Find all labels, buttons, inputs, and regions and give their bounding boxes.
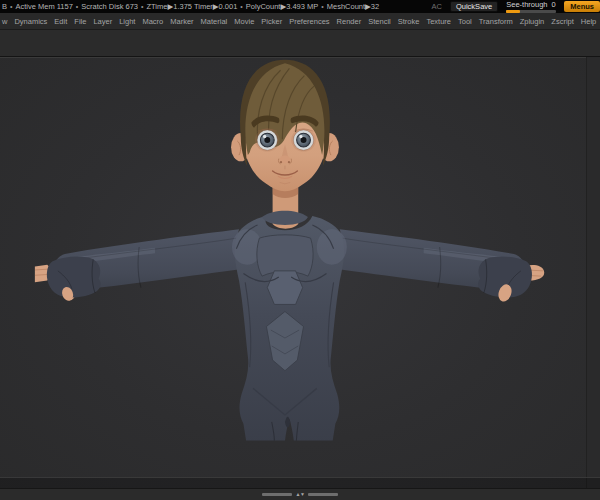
menus-button[interactable]: Menus bbox=[564, 1, 600, 12]
left-eye bbox=[255, 129, 280, 152]
menu-item-file[interactable]: File bbox=[74, 17, 86, 26]
character-left-hand bbox=[35, 257, 101, 303]
bullet-separator: • bbox=[240, 3, 242, 10]
menu-item-dynamics[interactable]: Dynamics bbox=[14, 17, 47, 26]
see-through-value: 0 bbox=[552, 0, 556, 9]
status-stats: B • Active Mem 1157 • Scratch Disk 673 •… bbox=[2, 2, 379, 11]
stat-meshcount: MeshCount▶32 bbox=[327, 2, 379, 11]
menu-item-preferences[interactable]: Preferences bbox=[289, 17, 329, 26]
see-through-row: See-through 0 bbox=[506, 0, 555, 9]
document-bottom-shade bbox=[0, 478, 600, 488]
document-canvas[interactable] bbox=[0, 57, 600, 488]
stat-active-mem: Active Mem 1157 bbox=[15, 2, 72, 11]
menu-item-draw-partial[interactable]: w bbox=[2, 17, 7, 26]
bottom-bar: ▲ ▼ bbox=[0, 488, 600, 500]
tray-divider-handle[interactable]: ▲ ▼ bbox=[262, 492, 339, 497]
menu-item-texture[interactable]: Texture bbox=[426, 17, 451, 26]
stat-partial: B bbox=[2, 2, 7, 11]
menu-item-transform[interactable]: Transform bbox=[479, 17, 513, 26]
menu-item-tool[interactable]: Tool bbox=[458, 17, 472, 26]
see-through-slider[interactable]: See-through 0 bbox=[506, 0, 556, 13]
right-eye bbox=[291, 129, 316, 152]
menu-bar: w Dynamics Edit File Layer Light Macro M… bbox=[0, 13, 600, 30]
tray-divider-bar-right bbox=[308, 493, 338, 496]
menu-item-help[interactable]: Help bbox=[581, 17, 596, 26]
bullet-separator: • bbox=[10, 3, 12, 10]
see-through-label: See-through bbox=[506, 0, 547, 9]
character-head bbox=[231, 60, 339, 192]
character-torso bbox=[232, 211, 347, 441]
menu-item-zscript[interactable]: Zscript bbox=[551, 17, 574, 26]
tray-arrows: ▲ ▼ bbox=[296, 492, 305, 497]
status-bar: B • Active Mem 1157 • Scratch Disk 673 •… bbox=[0, 0, 600, 13]
menu-item-zplugin[interactable]: Zplugin bbox=[520, 17, 545, 26]
menu-item-macro[interactable]: Macro bbox=[142, 17, 163, 26]
top-gap-strip bbox=[0, 30, 600, 57]
menu-item-edit[interactable]: Edit bbox=[54, 17, 67, 26]
character-model bbox=[0, 57, 600, 488]
menu-item-stencil[interactable]: Stencil bbox=[368, 17, 391, 26]
tray-down-icon: ▼ bbox=[300, 492, 304, 497]
menu-item-movie[interactable]: Movie bbox=[234, 17, 254, 26]
bullet-separator: • bbox=[76, 3, 78, 10]
quicksave-button[interactable]: QuickSave bbox=[450, 1, 498, 12]
status-right-group: AC QuickSave See-through 0 Menus bbox=[432, 0, 600, 13]
menu-item-light[interactable]: Light bbox=[119, 17, 135, 26]
menu-item-layer[interactable]: Layer bbox=[93, 17, 112, 26]
bullet-separator: • bbox=[321, 3, 323, 10]
bullet-separator: • bbox=[141, 3, 143, 10]
menu-item-material[interactable]: Material bbox=[201, 17, 228, 26]
menu-item-render[interactable]: Render bbox=[337, 17, 362, 26]
menu-item-marker[interactable]: Marker bbox=[170, 17, 193, 26]
stat-polycount: PolyCount▶3.493 MP bbox=[246, 2, 318, 11]
tray-divider-bar-left bbox=[262, 493, 292, 496]
character-right-hand bbox=[478, 257, 544, 304]
zbrush-window: B • Active Mem 1157 • Scratch Disk 673 •… bbox=[0, 0, 600, 500]
stat-ztime-timer: ZTime▶1.375 Timer▶0.001 bbox=[146, 2, 237, 11]
right-edge-column bbox=[586, 57, 600, 488]
menu-item-stroke[interactable]: Stroke bbox=[398, 17, 420, 26]
ac-label: AC bbox=[432, 2, 442, 11]
stat-scratch-disk: Scratch Disk 673 bbox=[81, 2, 138, 11]
menu-item-picker[interactable]: Picker bbox=[261, 17, 282, 26]
